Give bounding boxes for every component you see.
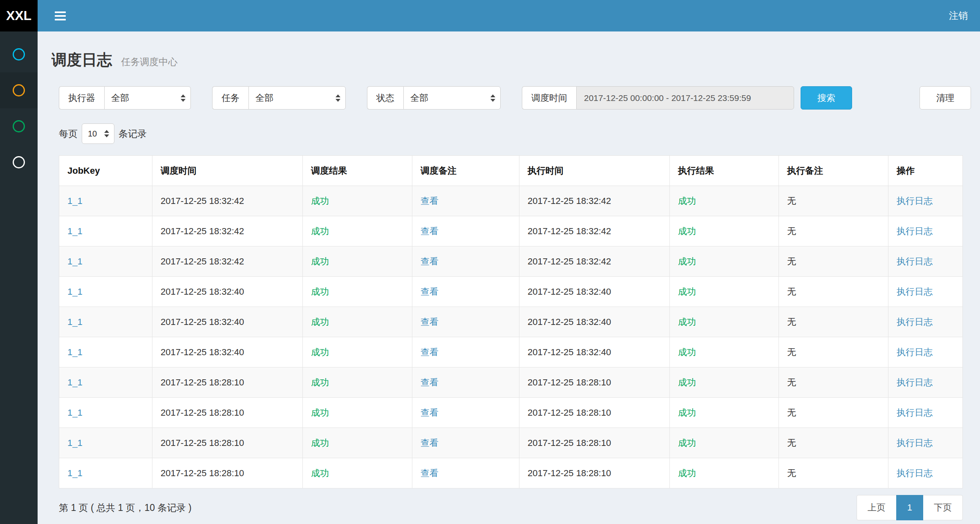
trigger-remark-cell: 查看 [412,186,519,216]
jobkey-link[interactable]: 1_1 [67,196,83,206]
table-row: 1_1 2017-12-25 18:32:40 成功 查看 2017-12-25… [59,277,963,307]
trigger-remark-cell: 查看 [412,337,519,367]
page-subtitle: 任务调度中心 [121,56,177,67]
handle-remark-cell: 无 [779,246,888,277]
jobkey-link[interactable]: 1_1 [67,468,83,478]
pagination-summary: 第 1 页 ( 总共 1 页，10 条记录 ) [59,502,192,514]
handle-remark-cell: 无 [779,398,888,428]
col-header-trigger-time: 调度时间 [152,156,303,186]
trigger-remark-link[interactable]: 查看 [421,468,439,478]
logout-link[interactable]: 注销 [949,9,968,22]
executor-filter-select[interactable]: 全部 [104,86,191,110]
handle-remark-cell: 无 [779,428,888,458]
col-header-jobkey: JobKey [59,156,152,186]
select-arrows-icon [104,130,109,137]
exec-log-link[interactable]: 执行日志 [897,408,933,418]
exec-log-link[interactable]: 执行日志 [897,438,933,448]
exec-log-link[interactable]: 执行日志 [897,226,933,236]
status-filter-select[interactable]: 全部 [403,86,501,110]
jobkey-cell: 1_1 [59,428,152,458]
action-cell: 执行日志 [888,367,963,398]
trigger-remark-link[interactable]: 查看 [421,317,439,327]
trigger-remark-link[interactable]: 查看 [421,377,439,387]
exec-log-link[interactable]: 执行日志 [897,317,933,327]
trigger-remark-link[interactable]: 查看 [421,347,439,357]
sidebar-item-1[interactable] [0,36,38,72]
executor-filter-group: 执行器 全部 [59,86,191,110]
time-range-input[interactable] [576,86,794,110]
jobkey-link[interactable]: 1_1 [67,377,83,387]
status-filter-value: 全部 [410,92,428,104]
prev-page-button[interactable]: 上页 [857,495,897,520]
jobkey-link[interactable]: 1_1 [67,287,83,297]
handle-time-cell: 2017-12-25 18:28:10 [519,367,670,398]
log-table: JobKey 调度时间 调度结果 调度备注 执行时间 执行结果 执行备注 操作 … [59,155,963,488]
exec-log-link[interactable]: 执行日志 [897,256,933,266]
action-cell: 执行日志 [888,307,963,337]
page-1-button[interactable]: 1 [896,495,923,520]
job-filter-select[interactable]: 全部 [248,86,346,110]
jobkey-link[interactable]: 1_1 [67,256,83,266]
select-arrows-icon [181,94,186,102]
handle-remark-cell: 无 [779,277,888,307]
handle-result-cell: 成功 [670,246,779,277]
trigger-remark-cell: 查看 [412,307,519,337]
trigger-remark-link[interactable]: 查看 [421,438,439,448]
table-header-row: JobKey 调度时间 调度结果 调度备注 执行时间 执行结果 执行备注 操作 [59,156,963,186]
exec-log-link[interactable]: 执行日志 [897,196,933,206]
trigger-remark-cell: 查看 [412,458,519,488]
trigger-result-cell: 成功 [303,216,412,246]
app-logo[interactable]: XXL [0,0,38,31]
handle-time-cell: 2017-12-25 18:32:42 [519,186,670,216]
circle-outline-icon [13,156,25,168]
circle-outline-icon [13,48,25,60]
next-page-button[interactable]: 下页 [923,495,963,520]
exec-log-link[interactable]: 执行日志 [897,347,933,357]
jobkey-link[interactable]: 1_1 [67,226,83,236]
status-filter-label: 状态 [367,86,403,110]
page-size-select[interactable]: 10 [82,123,114,144]
handle-result-cell: 成功 [670,307,779,337]
hamburger-icon [55,19,66,20]
jobkey-link[interactable]: 1_1 [67,408,83,418]
action-cell: 执行日志 [888,186,963,216]
trigger-time-cell: 2017-12-25 18:32:42 [152,216,303,246]
exec-log-link[interactable]: 执行日志 [897,287,933,297]
trigger-remark-link[interactable]: 查看 [421,256,439,266]
trigger-time-cell: 2017-12-25 18:28:10 [152,458,303,488]
clear-button[interactable]: 清理 [920,86,971,110]
action-cell: 执行日志 [888,398,963,428]
page-size-prefix-label: 每页 [59,128,78,140]
table-row: 1_1 2017-12-25 18:28:10 成功 查看 2017-12-25… [59,398,963,428]
handle-time-cell: 2017-12-25 18:32:40 [519,277,670,307]
jobkey-cell: 1_1 [59,216,152,246]
trigger-remark-cell: 查看 [412,246,519,277]
jobkey-link[interactable]: 1_1 [67,438,83,448]
hamburger-icon [55,15,66,17]
sidebar-toggle-button[interactable] [55,11,66,20]
exec-log-link[interactable]: 执行日志 [897,468,933,478]
jobkey-link[interactable]: 1_1 [67,317,83,327]
trigger-result-cell: 成功 [303,398,412,428]
action-cell: 执行日志 [888,216,963,246]
sidebar-item-3[interactable] [0,108,38,144]
jobkey-cell: 1_1 [59,398,152,428]
trigger-remark-link[interactable]: 查看 [421,226,439,236]
trigger-remark-link[interactable]: 查看 [421,196,439,206]
table-row: 1_1 2017-12-25 18:32:42 成功 查看 2017-12-25… [59,216,963,246]
handle-remark-cell: 无 [779,216,888,246]
col-header-trigger-remark: 调度备注 [412,156,519,186]
exec-log-link[interactable]: 执行日志 [897,377,933,387]
handle-time-cell: 2017-12-25 18:32:42 [519,246,670,277]
trigger-time-cell: 2017-12-25 18:32:40 [152,337,303,367]
search-button[interactable]: 搜索 [801,86,852,110]
trigger-remark-link[interactable]: 查看 [421,408,439,418]
trigger-remark-cell: 查看 [412,216,519,246]
sidebar-item-4[interactable] [0,144,38,180]
handle-remark-cell: 无 [779,337,888,367]
trigger-remark-link[interactable]: 查看 [421,287,439,297]
sidebar-item-2[interactable] [0,72,38,108]
handle-result-cell: 成功 [670,186,779,216]
trigger-result-cell: 成功 [303,367,412,398]
jobkey-link[interactable]: 1_1 [67,347,83,357]
